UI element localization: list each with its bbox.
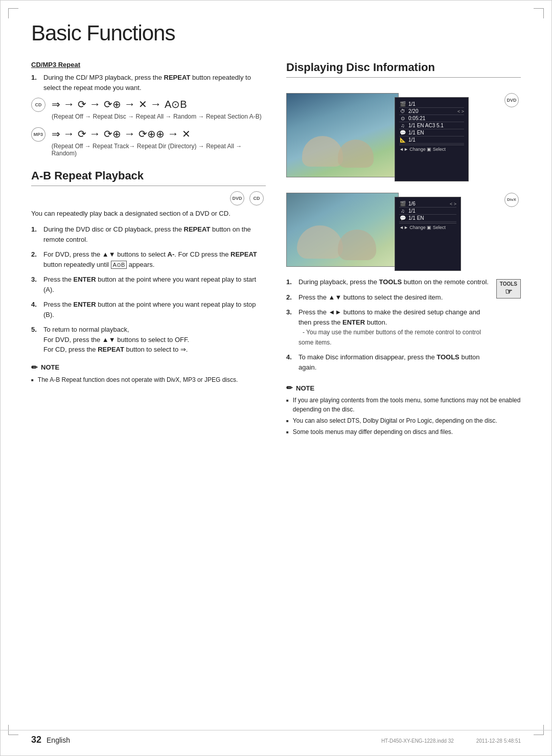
divx-top-badge: DivX <box>504 193 519 207</box>
ab-step-5: 5. To return to normal playback,For DVD,… <box>31 325 266 355</box>
disc-note-list: If you are playing contents from the too… <box>286 396 521 437</box>
cd-repeat-row: CD ⇒ → ⟳ → ⟳⊕ → ✕ → A⊙B ( <box>31 98 266 120</box>
divx-panel-row-1: 🎬 1/6 < > <box>399 200 456 208</box>
corner-mark-tl <box>8 8 18 18</box>
footer-meta: HT-D450-XY-ENG-1228.indd 32 2011-12-28 5… <box>381 736 521 744</box>
mp3-repeat-row: MP3 ⇒ → ⟳ → ⟳⊕ → ⟳⊕⊕ → ✕ <box>31 127 266 157</box>
dvd-panel-row-4: ♫ 1/1 EN AC3 5.1 <box>399 122 464 129</box>
ab-note-list: The A-B Repeat function does not operate… <box>31 375 266 384</box>
dvd-panel-row-2: ⏱ 2/20 < > <box>399 108 464 115</box>
divx-screenshot-container: 🎬 1/6 < > ♫ 1/1 💬 1/1 EN <box>286 193 521 267</box>
page-language: English <box>47 736 70 744</box>
dvd-badge: DVD <box>230 191 244 205</box>
ab-note-item-1: The A-B Repeat function does not operate… <box>31 375 266 384</box>
hand-icon: ☞ <box>505 287 512 296</box>
disc-step-1: 1. During playback, press the TOOLS butt… <box>286 277 491 287</box>
disc-note: ✏ NOTE If you are playing contents from … <box>286 383 521 437</box>
ab-note-title: ✏ NOTE <box>31 363 266 372</box>
cd-repeat-label: (Repeat Off → Repeat Disc → Repeat All →… <box>52 113 262 120</box>
ab-note: ✏ NOTE The A-B Repeat function does not … <box>31 363 266 384</box>
ab-step-1: 1. During the DVD disc or CD playback, p… <box>31 224 266 244</box>
cd-repeat-box: ⇒ → ⟳ → ⟳⊕ → ✕ → A⊙B (Repeat Off → Repea… <box>52 98 262 120</box>
dvd-top-badge: DVD <box>504 93 519 107</box>
divx-dog-silhouette-2 <box>338 230 376 260</box>
divx-dog-silhouette-1 <box>297 225 343 259</box>
divx-info-panel: 🎬 1/6 < > ♫ 1/1 💬 1/1 EN <box>395 197 461 271</box>
cd-mp3-section: CD/MP3 Repeat 1. During the CD/ MP3 play… <box>31 61 266 157</box>
mp3-repeat-symbols: ⇒ → ⟳ → ⟳⊕ → ⟳⊕⊕ → ✕ <box>52 127 266 141</box>
left-column: CD/MP3 Repeat 1. During the CD/ MP3 play… <box>31 61 266 439</box>
mp3-badge: MP3 <box>31 127 45 142</box>
divx-image-area <box>286 193 399 267</box>
pencil-icon: ✏ <box>31 363 38 372</box>
pencil-icon-2: ✏ <box>286 383 293 393</box>
cd-badge: CD <box>31 98 45 112</box>
ab-repeat-title: A-B Repeat Playback <box>31 169 266 186</box>
dog-silhouette-2 <box>338 140 374 168</box>
ab-step-2: 2. For DVD, press the ▲▼ buttons to sele… <box>31 249 266 269</box>
page-number: 32 <box>31 735 41 745</box>
disc-note-title: ✏ NOTE <box>286 383 521 393</box>
dvd-panel-row-1: 🎬 1/1 <box>399 101 464 108</box>
footer-file: HT-D450-XY-ENG-1228.indd 32 <box>381 738 454 744</box>
disc-step-2: 2. Press the ▲▼ buttons to select the de… <box>286 292 491 303</box>
corner-mark-tr <box>534 8 544 18</box>
right-column: Displaying Disc Information DVD 🎬 <box>286 61 521 439</box>
cd-mp3-step1: 1. During the CD/ MP3 playback, press th… <box>31 73 266 93</box>
dvd-screenshot-container: 🎬 1/1 ⏱ 2/20 < > ⊙ 0:05:21 <box>286 93 521 177</box>
disc-note-item-2: You can also select DTS, Dolby Digital o… <box>286 416 521 425</box>
page-title: Basic Functions <box>31 21 521 45</box>
ab-step-4: 4. Press the ENTER button at the point w… <box>31 300 266 319</box>
disc-note-item-1: If you are playing contents from the too… <box>286 396 521 414</box>
dvd-panel-row-6: 📐 1/1 <box>399 136 464 144</box>
dvd-panel-footer: ◄► Change ▣ Select <box>399 145 464 152</box>
footer-date: 2011-12-28 5:48:51 <box>476 738 521 744</box>
dog-silhouette-1 <box>302 136 343 167</box>
disc-note-item-3: Some tools menus may differ depending on… <box>286 427 521 437</box>
divx-panel-row-3: 💬 1/1 EN <box>399 215 456 222</box>
mp3-repeat-box: ⇒ → ⟳ → ⟳⊕ → ⟳⊕⊕ → ✕ (Repeat Off → Repea… <box>52 127 266 157</box>
page-container: Basic Functions CD/MP3 Repeat 1. During … <box>0 0 552 756</box>
footer-left: 32 English <box>31 735 70 745</box>
disc-info-steps-list: 1. During playback, press the TOOLS butt… <box>286 277 491 372</box>
cd-repeat-symbols: ⇒ → ⟳ → ⟳⊕ → ✕ → A⊙B <box>52 98 262 111</box>
tools-button-visual: TOOLS ☞ <box>496 279 521 299</box>
ab-step-3: 3. Press the ENTER button at the point w… <box>31 274 266 294</box>
divx-panel-row-2: ♫ 1/1 <box>399 208 456 215</box>
cd-mp3-steps: 1. During the CD/ MP3 playback, press th… <box>31 73 266 93</box>
mp3-repeat-label: (Repeat Off → Repeat Track→ Repeat Dir (… <box>52 143 266 157</box>
dvd-image-area <box>286 93 399 177</box>
cd-badge2: CD <box>249 191 264 205</box>
divx-panel-footer: ◄► Change ▣ Select <box>399 223 456 230</box>
dvd-info-panel: 🎬 1/1 ⏱ 2/20 < > ⊙ 0:05:21 <box>395 97 469 181</box>
disc-step-4: 4. To make Disc information disappear, p… <box>286 352 491 372</box>
disc-info-title: Displaying Disc Information <box>286 61 521 78</box>
ab-intro: You can repeatedly play back a designate… <box>31 210 266 217</box>
disc-info-steps: 1. During playback, press the TOOLS butt… <box>286 277 491 377</box>
page-footer: 32 English HT-D450-XY-ENG-1228.indd 32 2… <box>1 730 551 745</box>
tools-label: TOOLS ☞ <box>496 279 521 299</box>
cd-mp3-subtitle: CD/MP3 Repeat <box>31 61 266 68</box>
dvd-screenshot: DVD 🎬 1/1 ⏱ <box>286 93 521 177</box>
disc-step-3: 3. Press the ◄► buttons to make the desi… <box>286 307 491 347</box>
divx-screenshot: DivX 🎬 1/6 < > <box>286 193 521 267</box>
dvd-panel-row-5: 💬 1/1 EN <box>399 129 464 136</box>
content-columns: CD/MP3 Repeat 1. During the CD/ MP3 play… <box>31 61 521 439</box>
dvd-cd-badges: DVD CD <box>31 191 266 205</box>
disc-info-steps-container: 1. During playback, press the TOOLS butt… <box>286 277 521 377</box>
ab-repeat-section: A-B Repeat Playback DVD CD You can repea… <box>31 169 266 384</box>
dvd-panel-row-3: ⊙ 0:05:21 <box>399 115 464 122</box>
ab-steps-list: 1. During the DVD disc or CD playback, p… <box>31 224 266 355</box>
